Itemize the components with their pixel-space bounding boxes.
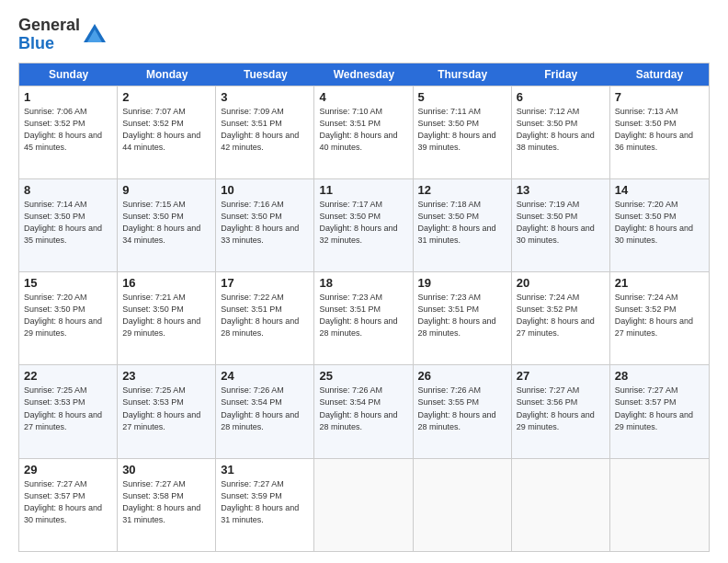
day-info: Sunrise: 7:25 AMSunset: 3:53 PMDaylight:… [24,385,112,432]
calendar-cell: 27Sunrise: 7:27 AMSunset: 3:56 PMDayligh… [512,365,610,457]
page-header: General Blue [18,17,710,53]
day-number: 16 [122,276,210,290]
header-saturday: Saturday [610,63,709,86]
day-number: 7 [615,90,704,104]
day-number: 23 [122,369,210,383]
day-info: Sunrise: 7:26 AMSunset: 3:54 PMDaylight:… [221,385,309,432]
day-number: 17 [221,276,309,290]
day-info: Sunrise: 7:24 AMSunset: 3:52 PMDaylight:… [517,292,605,339]
day-number: 27 [517,369,605,383]
calendar-cell: 1Sunrise: 7:06 AMSunset: 3:52 PMDaylight… [19,86,118,178]
day-number: 22 [24,369,112,383]
day-number: 15 [24,276,112,290]
day-info: Sunrise: 7:27 AMSunset: 3:57 PMDaylight:… [24,478,112,526]
calendar-cell [314,459,413,551]
header-tuesday: Tuesday [216,63,314,86]
calendar-cell: 28Sunrise: 7:27 AMSunset: 3:57 PMDayligh… [610,365,709,457]
calendar-cell: 21Sunrise: 7:24 AMSunset: 3:52 PMDayligh… [610,272,709,364]
header-sunday: Sunday [19,63,118,86]
day-number: 4 [319,90,407,104]
logo-general: General [18,16,80,34]
day-number: 2 [122,90,210,104]
day-info: Sunrise: 7:27 AMSunset: 3:58 PMDaylight:… [122,478,210,526]
day-number: 6 [517,90,605,104]
day-number: 10 [221,183,309,197]
calendar-cell: 17Sunrise: 7:22 AMSunset: 3:51 PMDayligh… [216,272,314,364]
calendar-cell [414,459,512,551]
day-info: Sunrise: 7:27 AMSunset: 3:59 PMDaylight:… [221,478,309,526]
calendar-cell: 19Sunrise: 7:23 AMSunset: 3:51 PMDayligh… [414,272,512,364]
calendar-cell: 10Sunrise: 7:16 AMSunset: 3:50 PMDayligh… [216,179,314,271]
day-number: 12 [418,183,506,197]
calendar-cell: 15Sunrise: 7:20 AMSunset: 3:50 PMDayligh… [19,272,118,364]
logo-blue: Blue [18,34,54,52]
day-info: Sunrise: 7:07 AMSunset: 3:52 PMDaylight:… [122,106,210,154]
header-thursday: Thursday [414,63,512,86]
day-info: Sunrise: 7:24 AMSunset: 3:52 PMDaylight:… [615,292,704,339]
day-number: 28 [615,369,704,383]
day-number: 18 [319,276,407,290]
calendar-row-4: 22Sunrise: 7:25 AMSunset: 3:53 PMDayligh… [19,364,709,457]
day-number: 30 [122,463,210,477]
day-info: Sunrise: 7:10 AMSunset: 3:51 PMDaylight:… [319,106,407,154]
day-number: 5 [418,90,506,104]
calendar-header: SundayMondayTuesdayWednesdayThursdayFrid… [19,63,709,86]
day-number: 1 [24,90,112,104]
day-info: Sunrise: 7:25 AMSunset: 3:53 PMDaylight:… [122,385,210,432]
calendar-cell: 26Sunrise: 7:26 AMSunset: 3:55 PMDayligh… [414,365,512,457]
day-info: Sunrise: 7:17 AMSunset: 3:50 PMDaylight:… [319,199,407,247]
calendar-cell: 4Sunrise: 7:10 AMSunset: 3:51 PMDaylight… [314,86,413,178]
day-info: Sunrise: 7:09 AMSunset: 3:51 PMDaylight:… [221,106,309,154]
calendar-cell: 16Sunrise: 7:21 AMSunset: 3:50 PMDayligh… [118,272,216,364]
day-info: Sunrise: 7:18 AMSunset: 3:50 PMDaylight:… [418,199,506,247]
day-number: 24 [221,369,309,383]
day-info: Sunrise: 7:13 AMSunset: 3:50 PMDaylight:… [615,106,704,154]
day-number: 11 [319,183,407,197]
day-info: Sunrise: 7:27 AMSunset: 3:56 PMDaylight:… [517,385,605,432]
day-number: 31 [221,463,309,477]
calendar-cell [512,459,610,551]
calendar-cell: 22Sunrise: 7:25 AMSunset: 3:53 PMDayligh… [19,365,118,457]
day-number: 9 [122,183,210,197]
day-info: Sunrise: 7:11 AMSunset: 3:50 PMDaylight:… [418,106,506,154]
day-info: Sunrise: 7:14 AMSunset: 3:50 PMDaylight:… [24,199,112,247]
day-number: 29 [24,463,112,477]
calendar-cell: 12Sunrise: 7:18 AMSunset: 3:50 PMDayligh… [414,179,512,271]
day-info: Sunrise: 7:19 AMSunset: 3:50 PMDaylight:… [517,199,605,247]
calendar-cell: 20Sunrise: 7:24 AMSunset: 3:52 PMDayligh… [512,272,610,364]
calendar-cell: 25Sunrise: 7:26 AMSunset: 3:54 PMDayligh… [314,365,413,457]
calendar-body: 1Sunrise: 7:06 AMSunset: 3:52 PMDaylight… [19,86,709,551]
day-info: Sunrise: 7:12 AMSunset: 3:50 PMDaylight:… [517,106,605,154]
calendar-cell [610,459,709,551]
day-info: Sunrise: 7:27 AMSunset: 3:57 PMDaylight:… [615,385,704,432]
calendar-cell: 8Sunrise: 7:14 AMSunset: 3:50 PMDaylight… [19,179,118,271]
day-info: Sunrise: 7:22 AMSunset: 3:51 PMDaylight:… [221,292,309,339]
calendar-cell: 24Sunrise: 7:26 AMSunset: 3:54 PMDayligh… [216,365,314,457]
day-info: Sunrise: 7:15 AMSunset: 3:50 PMDaylight:… [122,199,210,247]
calendar-row-2: 8Sunrise: 7:14 AMSunset: 3:50 PMDaylight… [19,178,709,271]
day-info: Sunrise: 7:26 AMSunset: 3:54 PMDaylight:… [319,385,407,432]
day-info: Sunrise: 7:23 AMSunset: 3:51 PMDaylight:… [418,292,506,339]
day-info: Sunrise: 7:23 AMSunset: 3:51 PMDaylight:… [319,292,407,339]
calendar-cell: 5Sunrise: 7:11 AMSunset: 3:50 PMDaylight… [414,86,512,178]
calendar-row-5: 29Sunrise: 7:27 AMSunset: 3:57 PMDayligh… [19,458,709,551]
header-friday: Friday [512,63,610,86]
calendar-cell: 6Sunrise: 7:12 AMSunset: 3:50 PMDaylight… [512,86,610,178]
calendar-cell: 31Sunrise: 7:27 AMSunset: 3:59 PMDayligh… [216,459,314,551]
logo-icon [82,22,108,48]
day-number: 3 [221,90,309,104]
calendar-cell: 14Sunrise: 7:20 AMSunset: 3:50 PMDayligh… [610,179,709,271]
calendar-cell: 3Sunrise: 7:09 AMSunset: 3:51 PMDaylight… [216,86,314,178]
calendar: SundayMondayTuesdayWednesdayThursdayFrid… [18,63,710,552]
calendar-cell: 7Sunrise: 7:13 AMSunset: 3:50 PMDaylight… [610,86,709,178]
day-number: 26 [418,369,506,383]
day-number: 21 [615,276,704,290]
day-number: 8 [24,183,112,197]
calendar-cell: 13Sunrise: 7:19 AMSunset: 3:50 PMDayligh… [512,179,610,271]
header-wednesday: Wednesday [314,63,413,86]
calendar-row-1: 1Sunrise: 7:06 AMSunset: 3:52 PMDaylight… [19,86,709,178]
calendar-cell: 30Sunrise: 7:27 AMSunset: 3:58 PMDayligh… [118,459,216,551]
calendar-row-3: 15Sunrise: 7:20 AMSunset: 3:50 PMDayligh… [19,271,709,364]
day-number: 14 [615,183,704,197]
day-info: Sunrise: 7:20 AMSunset: 3:50 PMDaylight:… [615,199,704,247]
